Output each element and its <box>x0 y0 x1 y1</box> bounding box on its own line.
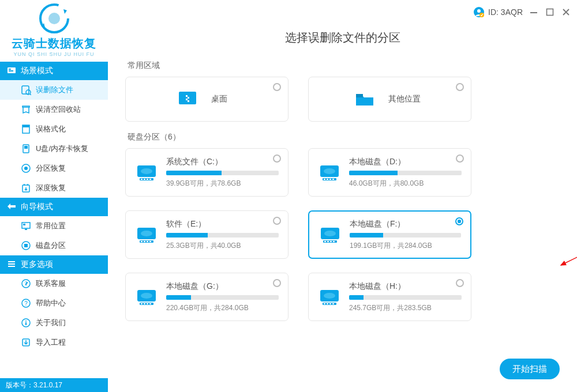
about-icon <box>21 318 31 328</box>
disk-stat: 220.4GB可用，共284.0GB <box>166 303 279 313</box>
disk-name: 软件（E:） <box>166 219 279 229</box>
disk-card-1[interactable]: 本地磁盘（D:）46.0GB可用，共80.0GB <box>308 148 471 197</box>
radio-icon <box>273 83 281 91</box>
sidebar-item-scene-2[interactable]: 误格式化 <box>0 119 108 139</box>
common-card-0[interactable]: 桌面 <box>125 77 288 122</box>
disk-drive-icon <box>135 287 158 307</box>
sidebar-item-more-0[interactable]: 联系客服 <box>0 274 108 293</box>
sidebar-item-scene-3[interactable]: U盘/内存卡恢复 <box>0 139 108 159</box>
svg-rect-9 <box>23 125 29 127</box>
support-icon <box>21 278 31 289</box>
svg-rect-48 <box>327 179 328 180</box>
svg-line-7 <box>30 94 31 95</box>
disk-stat: 25.3GB可用，共40.0GB <box>166 241 279 251</box>
sidebar-item-more-1[interactable]: ?帮助中心 <box>0 293 108 313</box>
svg-rect-49 <box>329 179 331 180</box>
common-head: 常用区域 <box>128 61 560 71</box>
start-scan-button[interactable]: 开始扫描 <box>500 359 560 379</box>
svg-rect-16 <box>23 224 25 225</box>
minimize-button[interactable] <box>530 8 538 16</box>
svg-rect-56 <box>147 241 148 242</box>
svg-rect-50 <box>332 179 334 180</box>
brand-name: 云骑士数据恢复 <box>12 36 96 51</box>
desktop-icon <box>175 87 200 111</box>
sidebar-item-label: 深度恢复 <box>36 183 66 193</box>
disk-stat: 199.1GB可用，共284.0GB <box>350 241 461 251</box>
disk-head: 硬盘分区（6） <box>128 132 560 142</box>
svg-rect-41 <box>144 179 145 180</box>
sidebar-item-label: 常用位置 <box>36 221 66 231</box>
version-label: 版本号：3.21.0.17 <box>6 380 62 390</box>
card-label: 其他位置 <box>388 94 421 104</box>
disk-usage-bar <box>349 295 462 300</box>
recycle-bin-icon <box>21 104 31 115</box>
sidebar-item-wizard-1[interactable]: 磁盘分区 <box>0 236 108 255</box>
radio-icon <box>273 279 281 287</box>
disk-name: 本地磁盘（D:） <box>349 157 462 167</box>
svg-rect-70 <box>147 303 148 304</box>
sidebar-item-label: 误删除文件 <box>36 85 73 95</box>
app-logo-icon <box>38 2 70 35</box>
svg-rect-17 <box>25 229 27 230</box>
svg-rect-64 <box>333 241 335 242</box>
svg-point-38 <box>141 168 152 174</box>
disk-card-5[interactable]: 本地磁盘（H:）245.7GB可用，共283.5GB <box>308 273 471 321</box>
folder-icon <box>353 87 377 111</box>
sidebar-item-more-2[interactable]: 关于我们 <box>0 313 108 333</box>
page-title: 选择误删除文件的分区 <box>125 30 560 46</box>
titlebar: ID: 3AQR <box>108 0 577 24</box>
disk-card-0[interactable]: 系统文件（C:）39.9GB可用，共78.6GB <box>125 148 288 197</box>
main-panel: ID: 3AQR 选择误删除文件的分区 常用区域 桌面其他位置 硬盘分区（6） … <box>108 0 577 392</box>
svg-rect-40 <box>141 179 143 180</box>
svg-rect-42 <box>147 179 148 180</box>
sidebar-item-more-3[interactable]: 导入工程 <box>0 333 108 352</box>
more-icon <box>7 259 16 270</box>
svg-point-31 <box>477 9 481 13</box>
sidebar-item-label: 帮助中心 <box>36 298 66 308</box>
user-id-label: ID: 3AQR <box>488 7 523 17</box>
svg-point-59 <box>324 231 336 236</box>
logo-area: 云骑士数据恢复 YUN QI SHI SHU JU HUI FU <box>0 0 108 62</box>
common-card-1[interactable]: 其他位置 <box>308 77 471 122</box>
svg-rect-19 <box>24 244 28 247</box>
disk-name: 本地磁盘（G:） <box>166 281 279 292</box>
disk-card-2[interactable]: 软件（E:）25.3GB可用，共40.0GB <box>125 210 288 259</box>
svg-line-79 <box>561 247 577 265</box>
svg-rect-62 <box>327 241 329 242</box>
disk-name: 系统文件（C:） <box>166 157 279 167</box>
maximize-button[interactable] <box>546 8 554 16</box>
sidebar-item-scene-5[interactable]: 深度恢复 <box>0 178 108 198</box>
radio-icon <box>456 83 464 91</box>
close-button[interactable] <box>562 8 570 16</box>
disk-name: 本地磁盘（F:） <box>350 219 461 229</box>
radio-icon <box>456 279 464 287</box>
sidebar-item-scene-0[interactable]: 误删除文件 <box>0 80 108 100</box>
location-icon <box>21 221 31 231</box>
disk-card-4[interactable]: 本地磁盘（G:）220.4GB可用，共284.0GB <box>125 273 288 321</box>
svg-rect-76 <box>327 303 328 304</box>
svg-point-66 <box>141 293 152 299</box>
sidebar-item-label: 误格式化 <box>36 124 66 134</box>
sidebar-item-label: 磁盘分区 <box>36 240 66 251</box>
svg-rect-61 <box>324 241 326 242</box>
disk-card-3[interactable]: 本地磁盘（F:）199.1GB可用，共284.0GB <box>308 210 471 259</box>
sidebar: 云骑士数据恢复 YUN QI SHI SHU JU HUI FU 场景模式 误删… <box>0 0 108 392</box>
disk-stat: 245.7GB可用，共283.5GB <box>349 303 462 313</box>
svg-rect-4 <box>9 70 13 71</box>
svg-rect-36 <box>356 94 363 97</box>
deep-scan-icon <box>21 183 31 193</box>
disk-usage-bar <box>166 233 279 238</box>
radio-icon <box>455 217 463 225</box>
svg-point-1 <box>48 13 60 24</box>
sidebar-item-wizard-0[interactable]: 常用位置 <box>0 216 108 236</box>
svg-rect-33 <box>530 12 537 13</box>
user-id-icon <box>473 6 485 18</box>
svg-rect-54 <box>141 241 143 242</box>
svg-point-27 <box>25 321 27 322</box>
file-search-icon <box>21 85 31 95</box>
format-icon <box>21 124 31 134</box>
sidebar-item-scene-1[interactable]: 误清空回收站 <box>0 100 108 119</box>
sidebar-item-scene-4[interactable]: 分区恢复 <box>0 159 108 178</box>
disk-info: 系统文件（C:）39.9GB可用，共78.6GB <box>166 157 279 189</box>
svg-rect-55 <box>144 241 145 242</box>
